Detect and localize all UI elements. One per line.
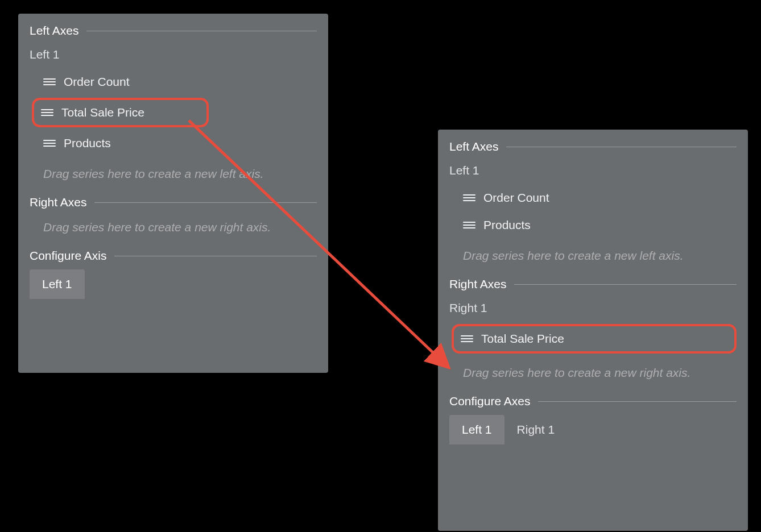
series-label: Products [64, 136, 111, 150]
configure-axes-header-label: Configure Axes [449, 394, 530, 408]
right-axes-header: Right Axes [18, 192, 328, 213]
series-item-total-sale-price-highlighted[interactable]: Total Sale Price [452, 324, 737, 354]
tab-left1[interactable]: Left 1 [30, 269, 85, 299]
divider [86, 31, 317, 31]
tab-right1[interactable]: Right 1 [504, 415, 568, 444]
divider [506, 147, 737, 147]
drag-handle-icon[interactable] [463, 193, 475, 203]
right-axis-name: Right 1 [438, 294, 748, 319]
configure-axes-tabs: Left 1 Right 1 [438, 412, 748, 444]
configure-axis-header-label: Configure Axis [30, 249, 106, 263]
series-label: Total Sale Price [481, 332, 564, 346]
left-axis-name: Left 1 [18, 41, 328, 66]
right-axes-header: Right Axes [438, 274, 748, 294]
left-axis-name: Left 1 [438, 157, 748, 182]
series-label: Total Sale Price [61, 106, 144, 119]
series-item-order-count[interactable]: Order Count [457, 186, 737, 209]
right-axes-header-label: Right Axes [30, 196, 86, 209]
divider [114, 256, 317, 256]
drag-handle-icon[interactable] [463, 220, 475, 230]
series-label: Order Count [64, 75, 130, 89]
left-axis-dropzone[interactable]: Drag series here to create a new left ax… [18, 159, 328, 192]
divider [94, 202, 317, 203]
divider [538, 401, 737, 402]
right-axis-dropzone[interactable]: Drag series here to create a new right a… [438, 358, 748, 391]
series-item-products[interactable]: Products [457, 214, 737, 236]
drag-handle-icon[interactable] [43, 77, 56, 87]
drag-handle-icon[interactable] [461, 334, 473, 344]
series-label: Order Count [483, 191, 549, 205]
configure-axis-header: Configure Axis [18, 246, 328, 266]
series-item-products[interactable]: Products [38, 132, 317, 155]
axes-panel-after: Left Axes Left 1 Order Count Products Dr… [438, 130, 748, 531]
right-axis-dropzone[interactable]: Drag series here to create a new right a… [18, 213, 328, 246]
configure-axes-header: Configure Axes [438, 391, 748, 412]
axes-panel-before: Left Axes Left 1 Order Count Total Sale … [18, 14, 328, 373]
left-axes-header-label: Left Axes [30, 24, 78, 38]
series-item-total-sale-price-highlighted[interactable]: Total Sale Price [32, 98, 209, 127]
left-axes-header: Left Axes [18, 20, 328, 41]
series-label: Products [483, 218, 531, 232]
drag-handle-icon[interactable] [41, 107, 53, 118]
left-axes-header: Left Axes [438, 136, 748, 157]
left-axes-header-label: Left Axes [449, 140, 498, 153]
divider [514, 284, 737, 285]
tab-left1[interactable]: Left 1 [449, 415, 504, 444]
series-item-order-count[interactable]: Order Count [38, 70, 317, 93]
drag-handle-icon[interactable] [43, 138, 56, 148]
configure-axis-tabs: Left 1 [18, 266, 328, 299]
left-axis-dropzone[interactable]: Drag series here to create a new left ax… [438, 241, 748, 274]
right-axes-header-label: Right Axes [449, 277, 506, 291]
